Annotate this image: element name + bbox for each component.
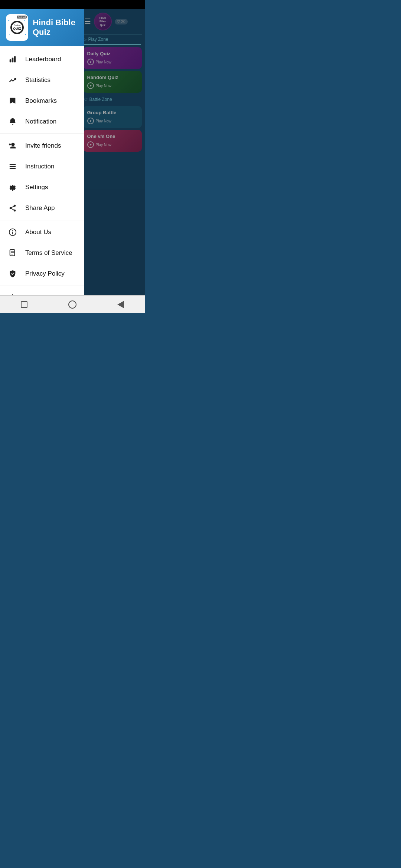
svg-rect-8 — [10, 168, 16, 169]
sidebar-item-settings-label: Settings — [25, 184, 48, 191]
logo-inner-text: Online QUIZ — [13, 24, 21, 31]
svg-point-11 — [14, 210, 16, 212]
status-bar — [0, 0, 145, 9]
sidebar-item-statistics[interactable]: Statistics — [0, 70, 84, 91]
sidebar-item-leaderboard-label: Leaderboard — [25, 56, 61, 63]
sidebar-item-privacy-policy-label: Privacy Policy — [25, 270, 65, 277]
sidebar-item-notification[interactable]: Notification — [0, 111, 84, 132]
bar-chart-icon — [7, 54, 18, 65]
svg-rect-2 — [14, 56, 16, 63]
bookmark-icon — [7, 96, 18, 106]
sidebar-item-bookmarks-label: Bookmarks — [25, 97, 57, 105]
sidebar-item-leaderboard[interactable]: Leaderboard — [0, 49, 84, 70]
sidebar-item-bookmarks[interactable]: Bookmarks — [0, 91, 84, 111]
trending-up-icon — [7, 75, 18, 85]
sidebar-item-instruction-label: Instruction — [25, 163, 54, 170]
sidebar-item-settings[interactable]: Settings — [0, 177, 84, 198]
drawer-overlay — [80, 9, 145, 295]
power-icon — [7, 293, 18, 295]
home-button[interactable] — [65, 297, 80, 312]
sidebar-item-logout[interactable]: Logout — [0, 287, 84, 295]
svg-rect-7 — [10, 166, 16, 167]
sidebar-item-invite-friends[interactable]: Invite friends — [0, 135, 84, 156]
bottom-nav — [0, 295, 145, 313]
divider-2 — [0, 220, 84, 220]
logo-circle: Online QUIZ — [10, 21, 24, 34]
sidebar-item-about-us[interactable]: About Us — [0, 222, 84, 243]
list-icon — [7, 161, 18, 172]
terms-icon — [7, 248, 18, 258]
back-arrow-icon — [117, 301, 124, 308]
app-title: Hindi Bible Quiz — [33, 18, 78, 37]
drawer-menu-list: Leaderboard Statistics Bookmarks — [0, 46, 84, 295]
sidebar-item-invite-friends-label: Invite friends — [25, 142, 61, 149]
svg-line-13 — [12, 206, 14, 208]
drawer-menu: Android • • • • Online QUIZ Hindi Bible … — [0, 9, 84, 295]
divider-3 — [0, 286, 84, 286]
sidebar-item-logout-label: Logout — [25, 294, 45, 295]
svg-point-10 — [10, 207, 12, 209]
sidebar-item-terms-of-service[interactable]: Terms of Service — [0, 243, 84, 263]
sidebar-item-notification-label: Notification — [25, 118, 56, 125]
svg-rect-0 — [10, 59, 12, 62]
divider-1 — [0, 134, 84, 134]
app-logo: Android • • • • Online QUIZ — [6, 14, 28, 41]
sidebar-item-share-app-label: Share App — [25, 204, 55, 212]
gear-icon — [7, 182, 18, 193]
drawer-header: Android • • • • Online QUIZ Hindi Bible … — [0, 9, 84, 46]
info-icon — [7, 227, 18, 237]
svg-point-3 — [11, 143, 14, 146]
share-icon — [7, 203, 18, 213]
sidebar-item-about-us-label: About Us — [25, 228, 51, 236]
circle-icon — [68, 300, 76, 309]
sidebar-item-terms-of-service-label: Terms of Service — [25, 249, 72, 257]
svg-point-9 — [14, 205, 16, 207]
svg-line-12 — [12, 208, 14, 210]
sidebar-item-share-app[interactable]: Share App — [0, 198, 84, 218]
square-icon — [21, 301, 27, 308]
back-button[interactable] — [113, 297, 128, 312]
svg-rect-1 — [12, 57, 14, 62]
sidebar-item-statistics-label: Statistics — [25, 76, 50, 84]
screen: ☰ HindiBibleQuiz 🛡 20 ▷ Play Zone Daily … — [0, 9, 145, 295]
sidebar-item-instruction[interactable]: Instruction — [0, 156, 84, 177]
sidebar-item-privacy-policy[interactable]: Privacy Policy — [0, 263, 84, 284]
bell-icon — [7, 116, 18, 127]
svg-rect-6 — [10, 164, 16, 165]
add-person-icon — [7, 141, 18, 151]
shield-check-icon — [7, 269, 18, 279]
recent-apps-button[interactable] — [17, 297, 32, 312]
